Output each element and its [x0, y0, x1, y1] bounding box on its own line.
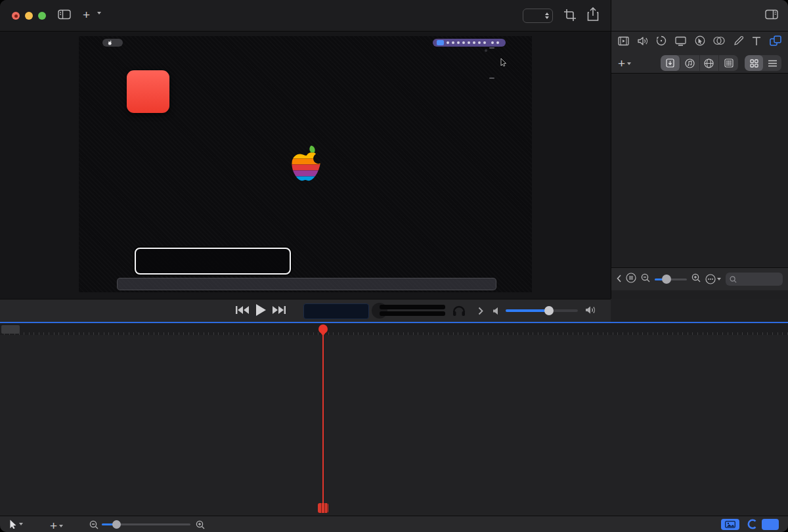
sticky-note: [127, 70, 169, 113]
timeline-zoom-in-icon[interactable]: [196, 520, 205, 529]
media-source-segmented-control: [661, 55, 738, 71]
zoom-window-button[interactable]: [38, 12, 46, 20]
toggle-left-sidebar-icon[interactable]: [58, 9, 71, 22]
source-stock-button[interactable]: [719, 55, 738, 71]
status-bar: +: [0, 516, 788, 532]
timeline-add-button[interactable]: +: [50, 520, 63, 532]
title-bar: +: [0, 0, 611, 32]
volume-max-icon: [585, 305, 597, 317]
desktop-icon-macintosh-hd: [468, 43, 504, 66]
media-footer: [611, 267, 788, 290]
playhead-grabber[interactable]: [318, 503, 328, 513]
tab-pointer[interactable]: [695, 35, 705, 49]
source-documents-button[interactable]: [661, 55, 680, 71]
media-search[interactable]: [726, 273, 783, 286]
crop-icon[interactable]: [563, 9, 577, 24]
share-icon[interactable]: [587, 7, 599, 24]
thumb-zoom-in-icon[interactable]: [691, 273, 701, 285]
tab-text[interactable]: [752, 36, 761, 49]
playhead-line[interactable]: [322, 331, 324, 503]
playhead-pin[interactable]: [318, 324, 328, 334]
media-panel: +: [611, 32, 788, 299]
timeline-zoom-slider-knob[interactable]: [112, 520, 121, 529]
timeline-lanes: [0, 335, 788, 502]
title-bar-right: [611, 0, 788, 32]
thumb-size-slider-knob[interactable]: [662, 275, 671, 284]
source-music-button[interactable]: [680, 55, 700, 71]
media-grid: [611, 74, 788, 299]
toggle-right-panel-icon[interactable]: [765, 9, 778, 22]
framerate-badge[interactable]: [762, 519, 779, 530]
add-media-button[interactable]: +: [618, 57, 631, 70]
volume-slider-knob[interactable]: [544, 306, 554, 315]
add-dropdown-chevron-icon[interactable]: [97, 14, 101, 26]
media-search-input[interactable]: [739, 275, 779, 284]
desktop-icon-screencastsonline: [468, 81, 504, 82]
skip-to-start-button[interactable]: [235, 305, 250, 318]
media-more-options-button[interactable]: [705, 274, 721, 284]
cursor-arrow-icon: [9, 520, 17, 529]
transport-bar: [0, 299, 611, 322]
caption-text-box[interactable]: [135, 248, 291, 275]
canvas-area: [0, 32, 611, 299]
snapping-magnet-icon[interactable]: [747, 519, 756, 529]
grid-view-button[interactable]: [745, 55, 763, 71]
tab-audio-properties[interactable]: [638, 36, 648, 49]
recorded-cursor-icon: [500, 58, 507, 66]
rainbow-apple-logo: [290, 145, 322, 185]
timeline-ruler[interactable]: [0, 323, 788, 335]
video-preview[interactable]: [79, 36, 532, 292]
tab-media-library[interactable]: [770, 35, 781, 49]
media-actions-icon[interactable]: [626, 273, 636, 286]
timeline-zoom-slider[interactable]: [102, 523, 190, 525]
canvas-zoom-stepper[interactable]: [523, 9, 553, 23]
image-icon: [725, 521, 735, 528]
skip-to-end-button[interactable]: [272, 305, 286, 318]
snapshot-button[interactable]: [721, 519, 739, 530]
media-back-chevron-icon[interactable]: [617, 273, 621, 285]
play-button[interactable]: [255, 303, 267, 319]
inspector-tabs: [611, 32, 788, 53]
volume-min-icon: [492, 306, 500, 318]
tab-video-motion[interactable]: [656, 35, 667, 49]
timecode-display: [303, 303, 369, 319]
tab-annotations[interactable]: [733, 35, 744, 49]
tab-transitions[interactable]: [713, 36, 725, 48]
pointer-tool-button[interactable]: [9, 520, 23, 529]
transport-expand-chevron-icon[interactable]: [478, 306, 483, 318]
volume-slider[interactable]: [506, 309, 578, 312]
recorded-dock: [117, 278, 496, 290]
add-button[interactable]: +: [83, 9, 90, 22]
thumb-size-slider[interactable]: [655, 278, 687, 280]
search-icon: [730, 276, 737, 283]
timeline-zoom-out-icon[interactable]: [89, 520, 98, 529]
tab-video-properties[interactable]: [618, 36, 629, 49]
zoom-stepper-arrows-icon[interactable]: [545, 12, 549, 19]
recorded-menu-bar: [102, 39, 123, 47]
tab-screen-recording[interactable]: [675, 36, 686, 49]
close-button[interactable]: [12, 12, 20, 20]
thumb-zoom-out-icon[interactable]: [641, 273, 650, 285]
audio-level-meters: [380, 305, 445, 318]
list-view-button[interactable]: [763, 55, 781, 71]
screen-share-indicator-icon: [437, 40, 444, 45]
source-web-button[interactable]: [700, 55, 720, 71]
main-area: +: [0, 32, 788, 299]
timeline: [0, 322, 788, 516]
apple-menu-icon: [108, 40, 112, 45]
media-filter-row: +: [611, 53, 788, 74]
minimize-button[interactable]: [25, 12, 33, 20]
headphone-monitor-icon[interactable]: [452, 303, 466, 321]
view-mode-toggle: [745, 55, 781, 71]
app-window: +: [0, 0, 788, 532]
